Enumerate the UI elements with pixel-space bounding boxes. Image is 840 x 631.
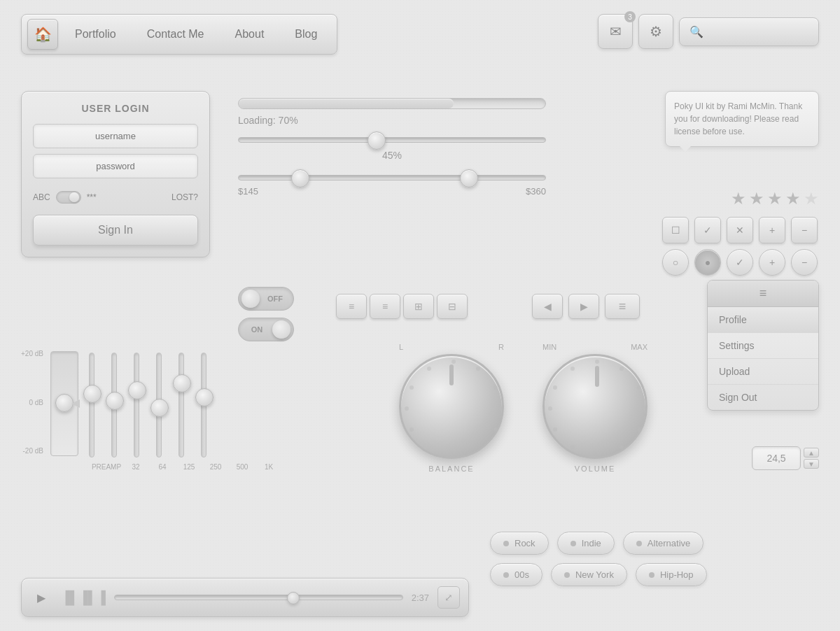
slider-45-container: 45%: [238, 137, 546, 161]
view-grid-4col[interactable]: ⊟: [437, 294, 468, 319]
radio-empty[interactable]: ○: [662, 249, 689, 276]
password-input[interactable]: [33, 154, 198, 178]
player-knob[interactable]: [287, 592, 300, 604]
star-2[interactable]: ★: [749, 189, 764, 208]
home-button[interactable]: 🏠: [27, 19, 58, 50]
check-circle[interactable]: ✓: [727, 249, 753, 276]
dropdown-header[interactable]: ≡: [708, 281, 818, 307]
toggle-knob: [69, 192, 79, 202]
spinner-input[interactable]: 24,5: [752, 446, 801, 470]
profile-dropdown: ≡ Profile Settings Upload Sign Out: [707, 280, 819, 411]
login-title: USER LOGIN: [33, 103, 198, 114]
tag-hiphop[interactable]: Hip-Hop: [636, 563, 707, 586]
eq-label-250: 250: [203, 463, 228, 471]
signin-button[interactable]: Sign In: [33, 215, 198, 246]
eq-label-500: 500: [230, 463, 255, 471]
spinner-down-button[interactable]: ▼: [804, 459, 819, 469]
tag-alternative[interactable]: Alternative: [623, 532, 704, 555]
svg-point-13: [637, 427, 641, 432]
dropdown-signout[interactable]: Sign Out: [708, 385, 818, 410]
progress-area: Loading: 70% 45% $145 $360: [238, 98, 546, 211]
balance-knob[interactable]: [399, 354, 504, 459]
range-knob-right[interactable]: [460, 169, 478, 187]
balance-knob-dots: [401, 356, 506, 461]
star-1[interactable]: ★: [731, 189, 746, 208]
star-5[interactable]: ★: [804, 189, 819, 208]
nav-about[interactable]: About: [221, 21, 279, 48]
login-options: ABC *** LOST?: [33, 191, 198, 204]
expand-button[interactable]: ⤢: [438, 586, 460, 609]
rating-stars: ★ ★ ★ ★ ★: [731, 189, 819, 208]
volume-title: VOLUME: [532, 465, 658, 473]
balance-right-label: R: [498, 343, 504, 351]
tags-row-2: 00s New York Hip-Hop: [490, 563, 707, 586]
player-time: 2:37: [412, 593, 429, 603]
play-button[interactable]: ▶: [30, 586, 52, 609]
svg-point-12: [642, 406, 646, 411]
view-list-2[interactable]: ≡: [370, 294, 400, 319]
tag-rock[interactable]: Rock: [490, 532, 549, 555]
svg-point-2: [493, 385, 498, 390]
plus-btn-2[interactable]: +: [759, 249, 785, 276]
svg-point-17: [548, 406, 552, 411]
eq-label-125: 125: [176, 463, 202, 471]
range-labels: $145 $360: [238, 186, 546, 197]
lost-link[interactable]: LOST?: [172, 192, 198, 202]
svg-point-19: [570, 367, 575, 371]
mail-badge: 3: [624, 11, 636, 22]
username-input[interactable]: [33, 124, 198, 148]
star-3[interactable]: ★: [767, 189, 783, 208]
toggles-area: OFF ON: [238, 287, 294, 341]
nav-contact[interactable]: Contact Me: [133, 21, 218, 48]
toggle-on-switch[interactable]: ON: [238, 318, 294, 341]
tag-00s[interactable]: 00s: [490, 563, 542, 586]
abc-toggle[interactable]: [56, 191, 81, 204]
radio-filled[interactable]: ●: [694, 249, 721, 276]
view-list-1[interactable]: ≡: [336, 294, 367, 319]
svg-point-3: [498, 406, 503, 411]
svg-point-11: [637, 385, 641, 390]
media-controls: ◀ ▶ ≡: [532, 294, 640, 319]
slider-45-knob[interactable]: [368, 132, 386, 150]
dropdown-upload[interactable]: Upload: [708, 359, 818, 385]
range-knob-left[interactable]: [291, 169, 309, 187]
menu-button[interactable]: ≡: [605, 294, 640, 319]
prev-button[interactable]: ◀: [532, 294, 563, 319]
balance-title: BALANCE: [382, 465, 522, 473]
player-track[interactable]: [114, 595, 403, 600]
dropdown-settings[interactable]: Settings: [708, 333, 818, 359]
tag-newyork[interactable]: New York: [551, 563, 627, 586]
search-bar[interactable]: 🔍: [679, 17, 819, 46]
view-grid-2col[interactable]: ⊞: [403, 294, 434, 319]
range-slider-track[interactable]: [238, 175, 546, 180]
checkbox-checked[interactable]: ✓: [694, 217, 721, 243]
star-4[interactable]: ★: [785, 189, 801, 208]
plus-btn-1[interactable]: +: [759, 217, 785, 243]
top-right-area: ✉ 3 ⚙ 🔍: [598, 14, 819, 49]
checkbox-empty[interactable]: ☐: [662, 217, 689, 243]
settings-button[interactable]: ⚙: [638, 14, 673, 49]
range-slider-container: $145 $360: [238, 175, 546, 197]
nav-portfolio[interactable]: Portfolio: [61, 21, 130, 48]
range-min-label: $145: [238, 186, 258, 197]
tag-indie[interactable]: Indie: [557, 532, 615, 555]
toggle-on-label: ON: [241, 325, 272, 334]
next-button[interactable]: ▶: [568, 294, 599, 319]
dropdown-profile[interactable]: Profile: [708, 307, 818, 333]
minus-btn-2[interactable]: −: [791, 249, 818, 276]
mail-button[interactable]: ✉ 3: [598, 14, 633, 49]
tags-area: Rock Indie Alternative 00s New York Hip-…: [490, 532, 707, 586]
toggle-off-switch[interactable]: OFF: [238, 287, 294, 311]
slider-45-track[interactable]: [238, 137, 546, 143]
eq-label-64: 64: [150, 463, 175, 471]
minus-btn-1[interactable]: −: [791, 217, 818, 243]
svg-point-9: [595, 360, 599, 364]
nav-blog[interactable]: Blog: [281, 21, 331, 48]
volume-min-label: MIN: [542, 343, 556, 351]
tag-dot: [503, 572, 509, 578]
tag-rock-label: Rock: [514, 538, 536, 548]
spinner-up-button[interactable]: ▲: [804, 448, 819, 458]
tag-00s-label: 00s: [514, 569, 529, 580]
checkbox-x[interactable]: ✕: [727, 217, 753, 243]
volume-knob[interactable]: [542, 354, 648, 459]
